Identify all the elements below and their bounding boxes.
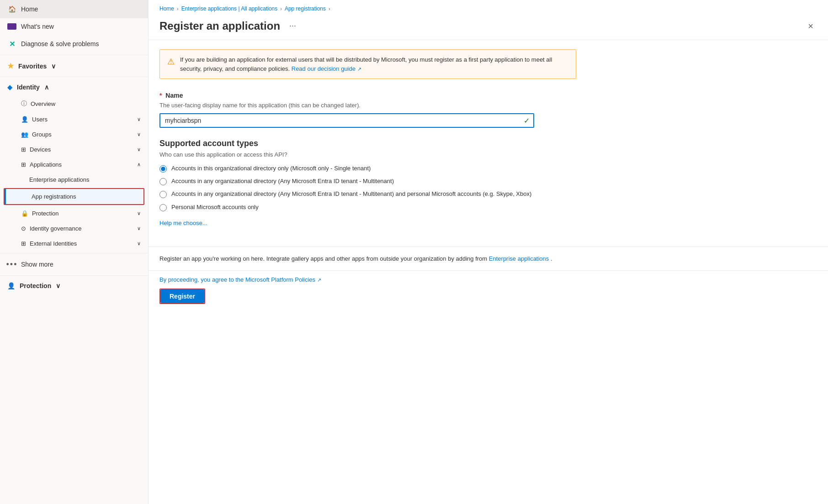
identity-label: Identity <box>17 84 40 91</box>
radio-multitenant-input[interactable] <box>159 178 167 185</box>
radio-multitenant-personal-label: Accounts in any organizational directory… <box>171 190 531 198</box>
required-marker: * <box>159 92 162 99</box>
sidebar-section-protection[interactable]: 👤 Protection ∨ <box>0 278 148 294</box>
sidebar: 🏠 Home What's new ✕ Diagnose & solve pro… <box>0 0 149 504</box>
sidebar-item-devices[interactable]: ⊞ Devices ∨ <box>0 142 148 157</box>
app-registrations-label: App registrations <box>32 193 76 200</box>
sidebar-item-whats-new[interactable]: What's new <box>0 18 148 35</box>
protection-bottom-label: Protection <box>20 282 51 289</box>
applications-label: Applications <box>30 161 62 168</box>
external-identities-chevron: ∨ <box>137 241 141 247</box>
diagnose-icon: ✕ <box>7 39 16 48</box>
radio-single-tenant-input[interactable] <box>159 165 167 173</box>
more-options-button[interactable]: ··· <box>286 19 300 32</box>
radio-personal-only-input[interactable] <box>159 204 167 211</box>
sidebar-item-applications[interactable]: ⊞ Applications ∧ <box>0 157 148 172</box>
external-link-icon: ↗ <box>357 66 361 72</box>
form-content: ⚠ If you are building an application for… <box>149 40 587 247</box>
policy-link[interactable]: By proceeding, you agree to the Microsof… <box>159 276 817 283</box>
bottom-section: Register an app you're working on here. … <box>149 247 828 271</box>
name-input[interactable] <box>159 113 534 128</box>
divider <box>0 253 148 253</box>
protection-icon: 🔒 <box>21 210 28 217</box>
breadcrumb-home[interactable]: Home <box>159 5 174 12</box>
protection-chevron: ∨ <box>137 210 141 216</box>
register-button[interactable]: Register <box>160 289 204 303</box>
sidebar-item-external-identities[interactable]: ⊞ External Identities ∨ <box>0 236 148 251</box>
breadcrumb-sep-1: › <box>177 6 179 11</box>
sidebar-item-identity-governance[interactable]: ⊙ Identity governance ∨ <box>0 221 148 236</box>
radio-single-tenant-label: Accounts in this organizational director… <box>171 164 371 173</box>
register-button-container: Register <box>159 289 205 304</box>
page-title-row: Register an application ··· <box>159 19 300 32</box>
devices-icon: ⊞ <box>21 146 26 153</box>
page-header: Register an application ··· × <box>149 16 828 40</box>
identity-governance-chevron: ∨ <box>137 226 141 231</box>
identity-icon: ◆ <box>7 84 12 91</box>
divider <box>0 275 148 276</box>
devices-label: Devices <box>30 146 51 153</box>
identity-chevron: ∧ <box>44 84 49 91</box>
page-title: Register an application <box>159 20 280 32</box>
users-icon: 👤 <box>21 116 28 123</box>
name-input-wrapper: ✓ <box>159 113 534 128</box>
sidebar-item-app-registrations[interactable]: App registrations <box>5 189 143 204</box>
input-check-icon: ✓ <box>524 116 530 125</box>
protection-label: Protection <box>32 210 59 217</box>
sidebar-item-label: Home <box>21 5 141 13</box>
sidebar-item-overview[interactable]: ⓘ Overview <box>0 95 148 112</box>
warning-icon: ⚠ <box>167 56 175 68</box>
sidebar-item-home[interactable]: 🏠 Home <box>0 0 148 18</box>
radio-multitenant-label: Accounts in any organizational directory… <box>171 177 394 185</box>
decision-guide-link[interactable]: Read our decision guide ↗ <box>292 65 361 72</box>
devices-chevron: ∨ <box>137 147 141 152</box>
radio-multitenant-personal[interactable]: Accounts in any organizational directory… <box>159 190 576 198</box>
protection-bottom-icon: 👤 <box>7 282 15 289</box>
sidebar-section-favorites[interactable]: ★ Favorites ∨ <box>0 57 148 75</box>
identity-governance-icon: ⊙ <box>21 225 26 232</box>
breadcrumb-sep-2: › <box>280 6 282 11</box>
sidebar-item-diagnose[interactable]: ✕ Diagnose & solve problems <box>0 35 148 53</box>
external-identities-label: External Identities <box>30 240 77 247</box>
breadcrumb: Home › Enterprise applications | All app… <box>149 0 828 16</box>
sidebar-item-users[interactable]: 👤 Users ∨ <box>0 112 148 127</box>
help-choose-link[interactable]: Help me choose... <box>159 220 207 226</box>
warning-banner: ⚠ If you are building an application for… <box>159 49 576 79</box>
breadcrumb-app-registrations[interactable]: App registrations <box>285 5 326 12</box>
overview-label: Overview <box>31 100 55 107</box>
radio-single-tenant[interactable]: Accounts in this organizational director… <box>159 164 576 173</box>
applications-icon: ⊞ <box>21 161 26 168</box>
overview-icon: ⓘ <box>21 100 27 108</box>
bottom-text: Register an app you're working on here. … <box>159 255 487 262</box>
enterprise-apps-link[interactable]: Enterprise applications <box>489 255 549 262</box>
breadcrumb-enterprise-apps[interactable]: Enterprise applications | All applicatio… <box>181 5 278 12</box>
policy-section: By proceeding, you agree to the Microsof… <box>149 270 828 310</box>
identity-governance-label: Identity governance <box>30 225 81 232</box>
applications-chevron: ∧ <box>137 162 141 168</box>
sidebar-item-enterprise-apps[interactable]: Enterprise applications <box>0 172 148 187</box>
radio-personal-only[interactable]: Personal Microsoft accounts only <box>159 203 576 211</box>
show-more-icon: ••• <box>7 260 16 269</box>
divider <box>0 55 148 55</box>
account-types-section: Supported account types Who can use this… <box>159 139 576 226</box>
sidebar-item-show-more[interactable]: ••• Show more <box>0 255 148 273</box>
sidebar-item-label: Diagnose & solve problems <box>21 40 141 47</box>
groups-chevron: ∨ <box>137 131 141 137</box>
users-chevron: ∨ <box>137 116 141 122</box>
protection-bottom-chevron: ∨ <box>56 282 60 289</box>
close-button[interactable]: × <box>804 20 817 32</box>
divider <box>0 77 148 77</box>
external-identities-icon: ⊞ <box>21 240 26 247</box>
account-types-subtitle: Who can use this application or access t… <box>159 151 576 158</box>
enterprise-apps-label: Enterprise applications <box>29 176 90 183</box>
radio-multitenant[interactable]: Accounts in any organizational directory… <box>159 177 576 185</box>
sidebar-item-groups[interactable]: 👥 Groups ∨ <box>0 127 148 142</box>
sidebar-section-identity[interactable]: ◆ Identity ∧ <box>0 79 148 95</box>
home-icon: 🏠 <box>7 5 16 14</box>
sidebar-item-protection[interactable]: 🔒 Protection ∨ <box>0 206 148 221</box>
warning-text: If you are building an application for e… <box>180 55 568 73</box>
name-section: * Name The user-facing display name for … <box>159 92 576 128</box>
account-types-title: Supported account types <box>159 139 576 148</box>
radio-multitenant-personal-input[interactable] <box>159 191 167 198</box>
favorites-label: Favorites <box>18 63 47 70</box>
